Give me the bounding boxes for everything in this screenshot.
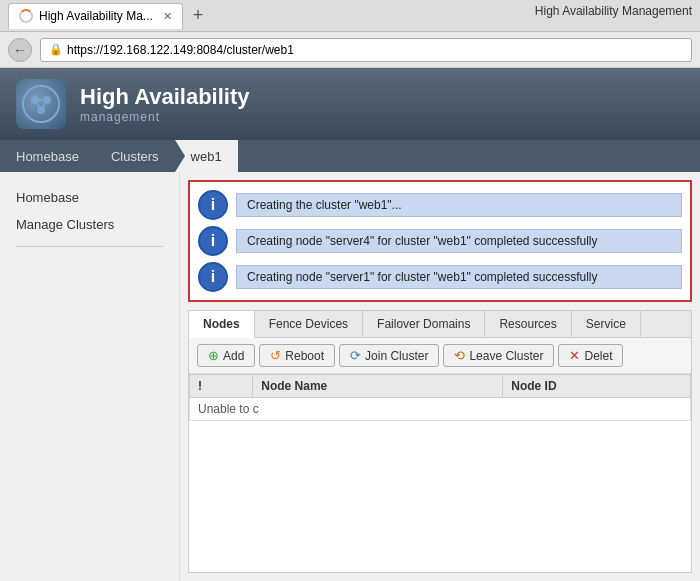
delete-button[interactable]: ✕ Delet	[558, 344, 623, 367]
lock-icon: 🔒	[49, 43, 63, 56]
col-header-node-id: Node ID	[503, 375, 691, 398]
notification-text-2: Creating node "server1" for cluster "web…	[236, 265, 682, 289]
sidebar-divider	[16, 246, 163, 247]
notification-item-0: i Creating the cluster "web1"...	[198, 190, 682, 220]
back-button[interactable]: ←	[8, 38, 32, 62]
add-button[interactable]: ⊕ Add	[197, 344, 255, 367]
breadcrumb-homebase[interactable]: Homebase	[0, 140, 95, 172]
tab-resources[interactable]: Resources	[485, 311, 571, 337]
tab-title: High Availability Ma...	[39, 9, 153, 23]
empty-message: Unable to c	[190, 398, 691, 421]
tabs-bar: Nodes Fence Devices Failover Domains Res…	[189, 311, 691, 338]
app-header: High Availability management	[0, 68, 700, 140]
tab-nodes[interactable]: Nodes	[189, 311, 255, 338]
info-icon-0: i	[198, 190, 228, 220]
notification-area: i Creating the cluster "web1"... i Creat…	[188, 180, 692, 302]
join-cluster-button[interactable]: ⟳ Join Cluster	[339, 344, 439, 367]
add-label: Add	[223, 349, 244, 363]
delete-label: Delet	[584, 349, 612, 363]
nav-breadcrumb: Homebase Clusters web1	[0, 140, 700, 172]
right-panel: i Creating the cluster "web1"... i Creat…	[180, 172, 700, 581]
app-subtitle: management	[80, 110, 250, 124]
url-text: https://192.168.122.149:8084/cluster/web…	[67, 43, 294, 57]
delete-icon: ✕	[569, 348, 580, 363]
col-header-node-name: Node Name	[253, 375, 503, 398]
reboot-button[interactable]: ↺ Reboot	[259, 344, 335, 367]
notification-text-0: Creating the cluster "web1"...	[236, 193, 682, 217]
tab-service[interactable]: Service	[572, 311, 641, 337]
info-icon-2: i	[198, 262, 228, 292]
table-container: ! Node Name Node ID Unable to c	[189, 374, 691, 572]
reboot-label: Reboot	[285, 349, 324, 363]
info-icon-1: i	[198, 226, 228, 256]
action-bar: ⊕ Add ↺ Reboot ⟳ Join Cluster ⟲ Leave Cl…	[189, 338, 691, 374]
reboot-icon: ↺	[270, 348, 281, 363]
loading-spinner	[19, 9, 33, 23]
breadcrumb-clusters[interactable]: Clusters	[95, 140, 175, 172]
nodes-table: ! Node Name Node ID Unable to c	[189, 374, 691, 421]
notification-item-1: i Creating node "server4" for cluster "w…	[198, 226, 682, 256]
address-bar: ← 🔒 https://192.168.122.149:8084/cluster…	[0, 32, 700, 68]
url-input[interactable]: 🔒 https://192.168.122.149:8084/cluster/w…	[40, 38, 692, 62]
sidebar-link-manage-clusters[interactable]: Manage Clusters	[0, 211, 179, 238]
app-title-area: High Availability management	[80, 84, 250, 124]
svg-point-0	[23, 86, 59, 122]
app-title: High Availability	[80, 84, 250, 110]
leave-icon: ⟲	[454, 348, 465, 363]
sidebar-link-homebase[interactable]: Homebase	[0, 184, 179, 211]
tabs-panel: Nodes Fence Devices Failover Domains Res…	[188, 310, 692, 573]
browser-tab[interactable]: High Availability Ma... ✕	[8, 3, 183, 29]
tab-close-button[interactable]: ✕	[163, 10, 172, 23]
notification-text-1: Creating node "server4" for cluster "web…	[236, 229, 682, 253]
sidebar: Homebase Manage Clusters	[0, 172, 180, 581]
add-icon: ⊕	[208, 348, 219, 363]
top-right-label: High Availability Management	[527, 0, 700, 22]
table-empty-row: Unable to c	[190, 398, 691, 421]
main-content: Homebase Manage Clusters i Creating the …	[0, 172, 700, 581]
leave-label: Leave Cluster	[469, 349, 543, 363]
app-logo	[16, 79, 66, 129]
tab-fence-devices[interactable]: Fence Devices	[255, 311, 363, 337]
leave-cluster-button[interactable]: ⟲ Leave Cluster	[443, 344, 554, 367]
join-label: Join Cluster	[365, 349, 428, 363]
notification-item-2: i Creating node "server1" for cluster "w…	[198, 262, 682, 292]
new-tab-button[interactable]: +	[189, 5, 208, 26]
tab-failover-domains[interactable]: Failover Domains	[363, 311, 485, 337]
join-icon: ⟳	[350, 348, 361, 363]
col-header-flag: !	[190, 375, 253, 398]
